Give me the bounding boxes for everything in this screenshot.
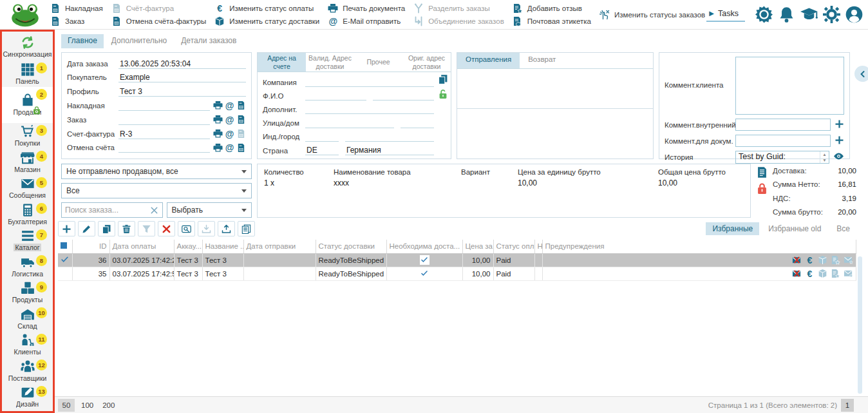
- sidebar-item[interactable]: 3Покупки: [2, 123, 53, 149]
- toolbar-button[interactable]: Разделить заказы: [413, 3, 504, 14]
- grid-view-tab[interactable]: Избранные: [706, 222, 759, 235]
- sidebar-item[interactable]: 6Бухгалтерия: [2, 201, 53, 227]
- toolbar-button[interactable]: Изменить статус доставки: [214, 16, 319, 26]
- page-number-button[interactable]: 1: [841, 399, 854, 412]
- support-badge-icon[interactable]: [755, 6, 773, 23]
- shipments-tab[interactable]: Отправления: [457, 53, 520, 68]
- toolbar-button[interactable]: @E-Mail отправить: [328, 16, 405, 26]
- order-row[interactable]: 3603.07.2025 17:42:23Тест 3Тест 3ReadyTo…: [58, 253, 856, 267]
- at-icon[interactable]: @: [225, 115, 234, 124]
- doc-comment-input[interactable]: [735, 135, 831, 147]
- toolbar-button[interactable]: €Изменить статус оплаты: [214, 3, 319, 14]
- printer-icon[interactable]: [213, 129, 223, 139]
- at-icon[interactable]: @: [225, 101, 234, 110]
- grid-view-tab[interactable]: Все: [830, 222, 856, 235]
- add-doc-comment-button[interactable]: [835, 135, 844, 147]
- address-input[interactable]: [345, 132, 434, 142]
- order-search-input[interactable]: Поиск заказа...: [61, 202, 163, 218]
- search-grid-button[interactable]: [178, 221, 195, 236]
- field-value[interactable]: [118, 142, 210, 153]
- field-value[interactable]: Тест 3: [118, 86, 246, 97]
- orders-column-header[interactable]: Дата отправки: [243, 240, 316, 253]
- field-value[interactable]: [118, 115, 210, 125]
- send-email-icon[interactable]: [844, 255, 853, 265]
- shipments-tab[interactable]: Возврат: [520, 53, 564, 68]
- toolbar-button[interactable]: Почтовая этикетка: [513, 16, 591, 26]
- doc-table-icon[interactable]: [236, 101, 246, 110]
- review-doc-icon[interactable]: [831, 269, 840, 278]
- settings-gear-icon[interactable]: [823, 6, 840, 23]
- address-input[interactable]: [305, 91, 366, 101]
- toolbar-button[interactable]: Печать документа: [328, 3, 405, 14]
- sidebar-item[interactable]: 9Продукты: [2, 280, 53, 306]
- toolbar-button[interactable]: Заказ: [50, 16, 103, 26]
- copy-row-button[interactable]: [98, 221, 115, 236]
- toolbar-button[interactable]: Счёт-фактура: [111, 3, 207, 14]
- clear-search-icon[interactable]: [149, 206, 159, 215]
- select-dropdown[interactable]: Выбрать: [167, 202, 252, 218]
- address-input[interactable]: [305, 77, 434, 87]
- orders-column-header[interactable]: Статус опл...: [493, 240, 534, 253]
- client-comment-textarea[interactable]: [735, 57, 844, 115]
- sidebar-item[interactable]: 7Каталог: [2, 227, 53, 254]
- toolbar-button[interactable]: Отмена счёта-фактуры: [111, 16, 207, 26]
- printer-icon[interactable]: [213, 143, 223, 153]
- clear-filter-button[interactable]: [158, 221, 175, 236]
- page-size-button[interactable]: 50: [58, 399, 75, 412]
- sidebar-item[interactable]: 10Склад: [2, 305, 53, 332]
- notifications-bell-icon[interactable]: [778, 6, 795, 23]
- sidebar-item[interactable]: 5Сообщения: [2, 175, 53, 202]
- orders-column-header[interactable]: ID: [72, 240, 109, 253]
- copy-list-button[interactable]: [238, 221, 255, 236]
- row-checkbox[interactable]: [58, 267, 72, 280]
- orders-column-header[interactable]: Н: [534, 240, 542, 253]
- training-graduation-cap-icon[interactable]: [800, 6, 818, 23]
- page-size-button[interactable]: 200: [100, 399, 117, 412]
- history-spinner[interactable]: ▲▼: [820, 151, 829, 163]
- main-tab[interactable]: Дополнительно: [105, 34, 173, 48]
- sidebar-item[interactable]: 12Поставщики: [2, 358, 53, 384]
- printer-icon[interactable]: [213, 115, 223, 124]
- copy-address-icon[interactable]: [438, 74, 448, 84]
- shipment-box-icon[interactable]: [818, 255, 827, 265]
- export-button[interactable]: [218, 221, 235, 236]
- edit-row-button[interactable]: [78, 221, 95, 236]
- sidebar-item[interactable]: 11Клиенты: [2, 332, 53, 358]
- address-input[interactable]: [373, 91, 434, 101]
- sidebar-item[interactable]: 4Магазин: [2, 149, 53, 175]
- toolbar-button[interactable]: Изменить статусы заказов: [599, 10, 705, 20]
- view-history-button[interactable]: [833, 151, 844, 164]
- sidebar-item[interactable]: 1Панель: [2, 61, 53, 87]
- add-row-button[interactable]: [58, 221, 75, 236]
- grid-view-tab[interactable]: Избранные old: [762, 222, 827, 235]
- field-value[interactable]: 13.06.2025 20:53:04: [118, 59, 246, 69]
- review-doc-icon[interactable]: [831, 255, 840, 265]
- address-input[interactable]: Германия: [345, 146, 434, 155]
- address-input[interactable]: [305, 119, 394, 128]
- tasks-button[interactable]: ▶ Tasks: [706, 8, 745, 22]
- user-avatar-icon[interactable]: [845, 6, 863, 23]
- order-row[interactable]: 3503.07.2025 17:42:55Тест 3Тест 3ReadyTo…: [58, 267, 856, 280]
- select-all-checkbox[interactable]: [61, 242, 67, 249]
- orders-column-header[interactable]: [58, 240, 72, 253]
- orders-column-header[interactable]: Цена за...: [462, 240, 493, 253]
- toolbar-button[interactable]: Объединение заказов: [413, 16, 504, 26]
- address-tab[interactable]: Валид. Адрес доставки: [306, 53, 354, 72]
- page-size-button[interactable]: 100: [79, 399, 96, 412]
- field-value[interactable]: [118, 101, 210, 111]
- table-scrollbar[interactable]: [858, 256, 862, 394]
- row-checkbox[interactable]: [58, 253, 72, 267]
- invoice-doc-icon[interactable]: [756, 166, 768, 178]
- delete-row-button[interactable]: [118, 221, 135, 236]
- doc-table-icon[interactable]: [236, 129, 246, 139]
- filter-button[interactable]: [138, 221, 155, 236]
- payment-euro-icon[interactable]: €: [805, 269, 815, 278]
- history-select[interactable]: Test by Guid:▲▼: [735, 151, 829, 164]
- sidebar-item[interactable]: 13Дизайн: [2, 384, 53, 410]
- cancel-email-icon[interactable]: [792, 255, 802, 265]
- sidebar-item[interactable]: 8Логистика: [2, 253, 53, 280]
- address-input[interactable]: [305, 132, 339, 142]
- address-input[interactable]: [305, 104, 434, 114]
- collapse-panel-button[interactable]: [854, 66, 868, 82]
- doc-table-icon[interactable]: [236, 115, 246, 124]
